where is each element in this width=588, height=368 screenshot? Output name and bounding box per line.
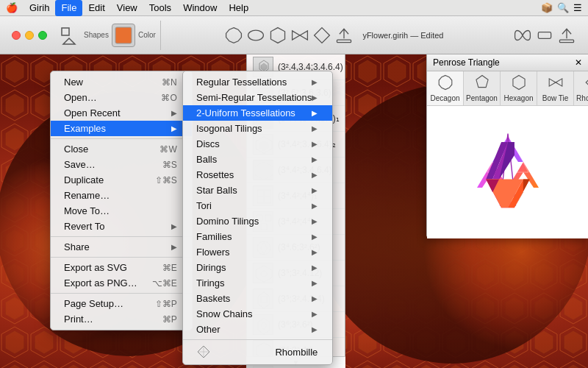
svg-marker-5 bbox=[271, 27, 285, 43]
menu-duplicate[interactable]: Duplicate ⇧⌘S bbox=[51, 172, 192, 188]
butterfly-icon[interactable] bbox=[513, 26, 532, 45]
decagon-shape[interactable] bbox=[224, 26, 243, 45]
menu-families[interactable]: Families ▶ bbox=[183, 229, 332, 244]
menu-share[interactable]: Share ▶ bbox=[51, 239, 192, 255]
menu-regular-tess[interactable]: Regular Tessellations ▶ bbox=[183, 74, 332, 90]
menu-separator bbox=[183, 339, 332, 340]
share-icon[interactable] bbox=[557, 26, 576, 45]
dropbox-icon[interactable]: 📦 bbox=[541, 2, 553, 13]
menu-isogonal[interactable]: Isogonal Tilings ▶ bbox=[183, 121, 332, 136]
svg-marker-60 bbox=[512, 75, 524, 89]
shapes-icon[interactable] bbox=[57, 24, 81, 47]
tab-hexagon[interactable]: Hexagon bbox=[501, 71, 537, 105]
pentagon-tab-label: Pentagon bbox=[466, 94, 498, 102]
menu-new[interactable]: New ⌘N bbox=[51, 74, 192, 90]
pentagon-tab-icon bbox=[474, 74, 490, 93]
menu-export-png[interactable]: Export as PNG… ⌥⌘E bbox=[51, 275, 192, 291]
toolbar: Shapes Color yFlower.girih — Edited bbox=[0, 16, 588, 54]
menu-dirings[interactable]: Dirings ▶ bbox=[183, 260, 332, 275]
menu-rename[interactable]: Rename… bbox=[51, 188, 192, 203]
shapes-section: Shapes Color bbox=[53, 21, 161, 50]
title-section: yFlower.girih — Edited bbox=[161, 21, 513, 50]
menu-save[interactable]: Save… ⌘S bbox=[51, 157, 192, 172]
penrose-content bbox=[427, 106, 588, 238]
hexagon-shape[interactable] bbox=[268, 26, 287, 45]
apple-menu[interactable]: 🍎 bbox=[0, 0, 24, 16]
fullscreen-button[interactable] bbox=[38, 31, 47, 40]
menu-rosettes[interactable]: Rosettes ▶ bbox=[183, 167, 332, 183]
search-icon[interactable]: 🔍 bbox=[557, 2, 569, 13]
menu-2-uniform-tess[interactable]: 2-Uniform Tessellations ▶ bbox=[183, 105, 332, 121]
svg-marker-58 bbox=[439, 75, 452, 89]
hexagon-tab-label: Hexagon bbox=[503, 94, 533, 102]
menu-domino[interactable]: Domino Tilings ▶ bbox=[183, 213, 332, 229]
tab-pentagon[interactable]: Pentagon bbox=[464, 71, 501, 105]
menubar-view[interactable]: View bbox=[111, 0, 143, 16]
bowtie-shape[interactable] bbox=[290, 26, 309, 45]
menu-semi-regular-tess[interactable]: Semi-Regular Tessellations ▶ bbox=[183, 90, 332, 105]
menu-open-recent[interactable]: Open Recent ▶ bbox=[51, 105, 192, 121]
minimize-button[interactable] bbox=[25, 31, 34, 40]
menu-print[interactable]: Print… ⌘P bbox=[51, 311, 192, 327]
tab-bowtie[interactable]: Bow Tie bbox=[537, 71, 574, 105]
rhombus-tab-icon bbox=[584, 74, 589, 93]
menu-discs[interactable]: Discs ▶ bbox=[183, 136, 332, 152]
handle-icon[interactable] bbox=[535, 26, 554, 45]
svg-rect-2 bbox=[115, 27, 132, 43]
svg-marker-1 bbox=[63, 38, 75, 44]
svg-rect-0 bbox=[62, 28, 69, 35]
menu-separator bbox=[51, 138, 192, 139]
tab-decagon[interactable]: Decagon bbox=[427, 71, 464, 105]
menubar-right-controls: 📦 🔍 ☰ bbox=[541, 2, 588, 13]
hexagon-tab-icon bbox=[511, 74, 527, 93]
doc-title: yFlower.girih — Edited bbox=[362, 31, 443, 40]
penrose-close-icon[interactable]: ✕ bbox=[575, 57, 582, 68]
menu-other[interactable]: Other ▶ bbox=[183, 322, 332, 337]
menu-close[interactable]: Close ⌘W bbox=[51, 141, 192, 157]
menu-tori[interactable]: Tori ▶ bbox=[183, 198, 332, 213]
menu-separator bbox=[51, 236, 192, 237]
penrose-triangle-image bbox=[456, 124, 559, 220]
menu-separator bbox=[51, 257, 192, 258]
rhombus-shape[interactable] bbox=[312, 26, 331, 45]
menubar: 🍎 Girih File Edit View Tools Window Help… bbox=[0, 0, 588, 16]
penrose-title: Penrose Triangle bbox=[433, 57, 500, 68]
menubar-help[interactable]: Help bbox=[223, 0, 254, 16]
menubar-edit[interactable]: Edit bbox=[82, 0, 110, 16]
menu-move-to[interactable]: Move To… bbox=[51, 203, 192, 219]
menu-examples[interactable]: Examples ▶ bbox=[51, 121, 192, 136]
decagon-tab-icon bbox=[437, 74, 453, 93]
rhombille-icon bbox=[196, 344, 211, 359]
share-shape[interactable] bbox=[334, 26, 354, 45]
menubar-girih[interactable]: Girih bbox=[24, 0, 55, 16]
penrose-panel: Penrose Triangle ✕ Decagon Pentagon He bbox=[426, 54, 588, 238]
menu-separator bbox=[51, 293, 192, 294]
svg-rect-9 bbox=[559, 40, 573, 42]
svg-rect-8 bbox=[538, 32, 551, 38]
menu-balls[interactable]: Balls ▶ bbox=[183, 152, 332, 167]
tab-rhombus[interactable]: Rhombus bbox=[574, 71, 588, 105]
menubar-file[interactable]: File bbox=[55, 0, 82, 16]
menubar-tools[interactable]: Tools bbox=[143, 0, 177, 16]
shapes-label: Shapes bbox=[84, 31, 109, 39]
bowtie-tab-icon bbox=[548, 74, 564, 93]
menu-star-balls[interactable]: Star Balls ▶ bbox=[183, 183, 332, 198]
color-swatch[interactable] bbox=[112, 24, 135, 47]
oval-shape[interactable] bbox=[246, 26, 265, 45]
file-menu-dropdown: New ⌘N Open… ⌘O Open Recent ▶ Examples ▶… bbox=[50, 71, 193, 330]
menu-flowers[interactable]: Flowers ▶ bbox=[183, 244, 332, 260]
menu-revert[interactable]: Revert To ▶ bbox=[51, 219, 192, 234]
decagon-tab-label: Decagon bbox=[430, 94, 459, 102]
rhombus-tab-label: Rhombus bbox=[576, 94, 588, 102]
penrose-titlebar: Penrose Triangle ✕ bbox=[427, 54, 588, 71]
list-icon[interactable]: ☰ bbox=[573, 2, 582, 13]
menu-snow-chains[interactable]: Snow Chains ▶ bbox=[183, 306, 332, 322]
menu-rhombille[interactable]: Rhombille bbox=[183, 342, 332, 361]
menu-open[interactable]: Open… ⌘O bbox=[51, 90, 192, 105]
menu-page-setup[interactable]: Page Setup… ⇧⌘P bbox=[51, 296, 192, 311]
menu-export-svg[interactable]: Export as SVG ⌘E bbox=[51, 260, 192, 275]
menu-baskets[interactable]: Baskets ▶ bbox=[183, 291, 332, 306]
close-button[interactable] bbox=[12, 31, 21, 40]
menu-tirings[interactable]: Tirings ▶ bbox=[183, 275, 332, 291]
menubar-window[interactable]: Window bbox=[177, 0, 223, 16]
